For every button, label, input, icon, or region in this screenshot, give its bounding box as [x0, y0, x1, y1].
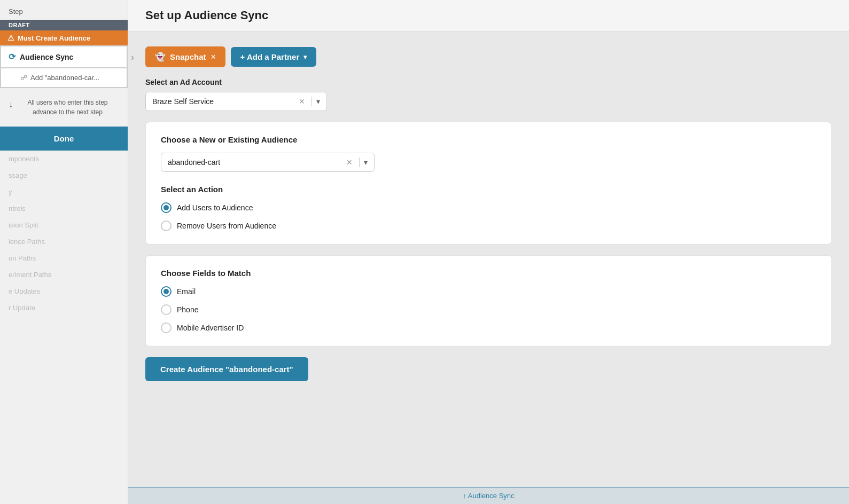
action-section-label: Select an Action	[161, 185, 816, 194]
sidebar-item-components: mponents	[0, 151, 128, 167]
add-users-label: Add Users to Audience	[177, 203, 253, 212]
ad-account-label: Select an Ad Account	[145, 78, 832, 86]
audience-clear-icon[interactable]: ✕	[346, 158, 353, 167]
fields-card: Choose Fields to Match Email Phone Mobil…	[145, 255, 832, 346]
snapchat-close-icon[interactable]: ✕	[211, 53, 216, 61]
sidebar-item-action-paths: on Paths	[0, 250, 128, 266]
partner-row: 👻 Snapchat ✕ + Add a Partner ▾	[145, 46, 832, 67]
sidebar-item-user-update: r Update	[0, 300, 128, 316]
phone-radio[interactable]: Phone	[161, 304, 816, 315]
step-label: Step	[0, 0, 128, 20]
audience-action-card: Choose a New or Existing Audience abando…	[145, 122, 832, 245]
remove-users-label: Remove Users from Audience	[177, 222, 276, 230]
audience-sync-item[interactable]: ⟳ Audience Sync ›	[0, 45, 128, 68]
phone-radio-circle[interactable]	[161, 304, 172, 315]
audience-chevron-icon[interactable]: ▾	[364, 158, 368, 167]
email-radio-circle[interactable]	[161, 286, 172, 297]
sidebar-item-message: ssage	[0, 167, 128, 184]
sync-icon: ⟳	[9, 52, 15, 62]
create-audience-button[interactable]: Create Audience "abandoned-cart"	[145, 357, 308, 381]
chevron-right-icon: ›	[131, 51, 134, 62]
chevron-down-icon: ▾	[303, 53, 307, 61]
action-radio-group: Add Users to Audience Remove Users from …	[161, 202, 816, 231]
ad-account-select[interactable]: Braze Self Service ✕ ▾	[145, 92, 327, 111]
sidebar-item-decision-split: ision Split	[0, 217, 128, 233]
add-users-radio-dot	[163, 205, 169, 210]
audience-section-label: Choose a New or Existing Audience	[161, 135, 816, 144]
main-body: 👻 Snapchat ✕ + Add a Partner ▾ Select an…	[128, 32, 849, 396]
sidebar-item-feature-updates: e Updates	[0, 283, 128, 300]
main-panel: Set up Audience Sync 👻 Snapchat ✕ + Add …	[128, 0, 849, 504]
mobile-advertiser-radio[interactable]: Mobile Advertiser ID	[161, 322, 816, 333]
sub-item-label: Add "abandoned-car...	[30, 74, 99, 82]
divider2	[359, 158, 360, 167]
main-header: Set up Audience Sync	[128, 0, 849, 32]
ad-account-section: Select an Ad Account Braze Self Service …	[145, 78, 832, 111]
bottom-bar-text: ↑ Audience Sync	[463, 492, 514, 500]
snapchat-icon: 👻	[155, 52, 166, 62]
draft-badge: DRAFT	[0, 20, 128, 30]
mobile-advertiser-label: Mobile Advertiser ID	[177, 324, 244, 332]
done-button[interactable]: Done	[0, 127, 128, 151]
ad-account-value: Braze Self Service	[152, 97, 299, 106]
sidebar-item-experiment-paths: eriment Paths	[0, 266, 128, 283]
fields-radio-group: Email Phone Mobile Advertiser ID	[161, 286, 816, 333]
phone-label: Phone	[177, 305, 198, 314]
all-users-note: ↓ All users who enter this step advance …	[0, 88, 128, 127]
email-radio[interactable]: Email	[161, 286, 816, 297]
warning-icon: ⚠	[7, 34, 14, 42]
mobile-advertiser-radio-circle[interactable]	[161, 322, 172, 333]
page-title: Set up Audience Sync	[145, 9, 832, 22]
audience-sub-icon: ☍	[20, 74, 27, 82]
snapchat-button[interactable]: 👻 Snapchat ✕	[145, 46, 225, 67]
divider	[311, 97, 312, 106]
arrow-down-icon: ↓	[9, 98, 13, 111]
email-label: Email	[177, 287, 196, 296]
snapchat-label: Snapchat	[170, 52, 206, 61]
audience-select[interactable]: abandoned-cart ✕ ▾	[161, 153, 375, 172]
ad-account-clear-icon[interactable]: ✕	[299, 97, 305, 106]
warning-label: Must Create Audience	[18, 34, 90, 42]
sidebar-item-audience-paths: ience Paths	[0, 233, 128, 250]
add-users-radio-circle[interactable]	[161, 202, 172, 213]
remove-users-radio-circle[interactable]	[161, 220, 172, 231]
sidebar: Step DRAFT ⚠ Must Create Audience ⟳ Audi…	[0, 0, 128, 504]
sidebar-item-controls: ntrols	[0, 200, 128, 217]
sidebar-item-y: y	[0, 184, 128, 200]
add-users-radio[interactable]: Add Users to Audience	[161, 202, 816, 213]
email-radio-dot	[163, 289, 169, 294]
bottom-bar: ↑ Audience Sync	[128, 487, 849, 504]
add-partner-label: + Add a Partner	[240, 52, 300, 61]
add-audience-sub-item[interactable]: ☍ Add "abandoned-car...	[0, 68, 128, 88]
ad-account-chevron-icon[interactable]: ▾	[316, 97, 320, 106]
fields-section-label: Choose Fields to Match	[161, 269, 816, 278]
audience-value: abandoned-cart	[168, 158, 346, 167]
add-partner-button[interactable]: + Add a Partner ▾	[231, 47, 317, 67]
must-create-audience-warning[interactable]: ⚠ Must Create Audience	[0, 30, 128, 45]
remove-users-radio[interactable]: Remove Users from Audience	[161, 220, 816, 231]
audience-sync-label: Audience Sync	[20, 53, 73, 61]
